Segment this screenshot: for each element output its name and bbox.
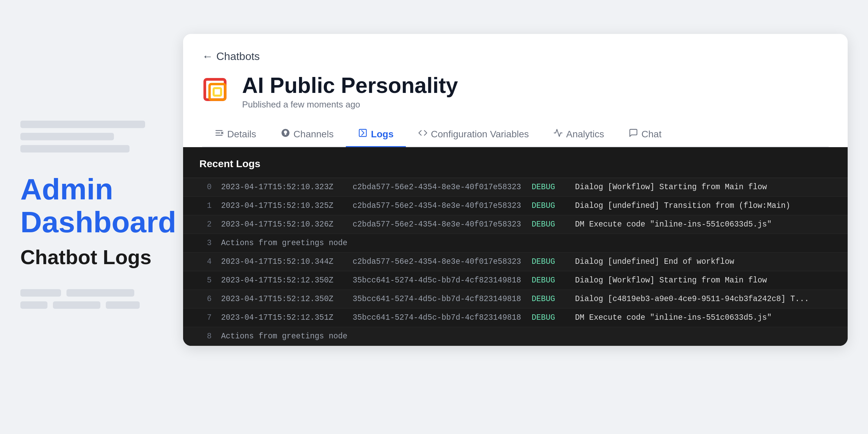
tab-channels[interactable]: Channels: [269, 122, 346, 147]
tab-logs[interactable]: Logs: [346, 122, 406, 147]
log-row: 1 2023-04-17T15:52:10.325Z c2bda577-56e2…: [183, 197, 848, 215]
skeleton-line: [20, 301, 47, 309]
log-level: DEBUG: [532, 313, 566, 322]
log-timestamp: 2023-04-17T15:52:10.325Z: [221, 201, 343, 210]
main-card: ← Chatbots AI Public Personality: [183, 34, 848, 346]
logs-section: Recent Logs 0 2023-04-17T15:52:10.323Z c…: [183, 147, 848, 346]
log-session: 35bcc641-5274-4d5c-bb7d-4cf823149818: [353, 295, 522, 303]
log-level: DEBUG: [532, 295, 566, 303]
log-message: Dialog [undefined] Transition from (flow…: [575, 201, 831, 210]
analytics-icon: [553, 128, 563, 140]
log-row: 0 2023-04-17T15:52:10.323Z c2bda577-56e2…: [183, 178, 848, 197]
log-level: DEBUG: [532, 183, 566, 192]
log-message: Dialog [undefined] End of workflow: [575, 257, 831, 266]
skeleton-top: [20, 121, 176, 153]
bot-name: AI Public Personality: [242, 74, 458, 97]
log-level: DEBUG: [532, 257, 566, 266]
log-row: 2 2023-04-17T15:52:10.326Z c2bda577-56e2…: [183, 215, 848, 234]
tabs-row: Details Channels Logs: [202, 122, 829, 147]
log-session: c2bda577-56e2-4354-8e3e-40f017e58323: [353, 183, 522, 192]
log-message: DM Execute code "inline-ins-551c0633d5.j…: [575, 220, 831, 229]
log-message: DM Execute code "inline-ins-551c0633d5.j…: [575, 313, 831, 322]
log-level: DEBUG: [532, 201, 566, 210]
log-timestamp: 2023-04-17T15:52:10.323Z: [221, 183, 343, 192]
log-row: 6 2023-04-17T15:52:12.350Z 35bcc641-5274…: [183, 290, 848, 309]
log-row: 3 Actions from greetings node: [183, 234, 848, 253]
bot-logo: [202, 77, 233, 107]
channels-icon: [281, 128, 290, 140]
tab-details-label: Details: [227, 129, 256, 140]
svg-rect-9: [359, 130, 366, 137]
back-arrow-icon[interactable]: ←: [202, 50, 213, 63]
log-timestamp: 2023-04-17T15:52:12.350Z: [221, 295, 343, 303]
skeleton-line: [20, 289, 61, 296]
log-timestamp: 2023-04-17T15:52:10.344Z: [221, 257, 343, 266]
log-session: c2bda577-56e2-4354-8e3e-40f017e58323: [353, 201, 522, 210]
log-row: 7 2023-04-17T15:52:12.351Z 35bcc641-5274…: [183, 309, 848, 327]
log-row: 5 2023-04-17T15:52:12.350Z 35bcc641-5274…: [183, 271, 848, 290]
chatbot-logs-subtitle: Chatbot Logs: [20, 245, 176, 269]
details-icon: [214, 128, 224, 140]
log-session: c2bda577-56e2-4354-8e3e-40f017e58323: [353, 257, 522, 266]
log-message: Dialog [c4819eb3-a9e0-4ce9-9511-94cb3fa2…: [575, 295, 831, 303]
log-session: c2bda577-56e2-4354-8e3e-40f017e58323: [353, 220, 522, 229]
tab-analytics-label: Analytics: [566, 129, 604, 140]
breadcrumb-label[interactable]: Chatbots: [216, 50, 260, 63]
skeleton-line: [66, 289, 134, 296]
log-row: 4 2023-04-17T15:52:10.344Z c2bda577-56e2…: [183, 253, 848, 271]
card-header: ← Chatbots AI Public Personality: [183, 34, 848, 147]
log-message: Dialog [Workflow] Starting from Main flo…: [575, 183, 831, 192]
page-wrapper: Admin Dashboard Chatbot Logs ← Chatbots: [0, 0, 868, 434]
tab-chat-label: Chat: [642, 129, 662, 140]
admin-dashboard-title: Admin Dashboard: [20, 173, 176, 239]
log-index: 3: [199, 239, 212, 248]
log-timestamp: 2023-04-17T15:52:10.326Z: [221, 220, 343, 229]
log-message: Dialog [Workflow] Starting from Main flo…: [575, 276, 831, 285]
tab-config-vars[interactable]: Configuration Variables: [406, 122, 541, 147]
tab-analytics[interactable]: Analytics: [541, 122, 616, 147]
log-index: 1: [199, 201, 212, 210]
log-session: 35bcc641-5274-4d5c-bb7d-4cf823149818: [353, 276, 522, 285]
skeleton-line: [20, 121, 145, 128]
tab-details[interactable]: Details: [202, 122, 269, 147]
log-index: 7: [199, 313, 212, 322]
bot-info-row: AI Public Personality Published a few mo…: [202, 74, 829, 110]
log-message: Actions from greetings node: [221, 239, 831, 248]
breadcrumb: ← Chatbots: [202, 50, 829, 63]
log-timestamp: 2023-04-17T15:52:12.350Z: [221, 276, 343, 285]
skeleton-line: [106, 301, 140, 309]
skeleton-bottom: [20, 289, 176, 309]
skeleton-line: [53, 301, 100, 309]
logs-header: Recent Logs: [183, 147, 848, 178]
log-message: Actions from greetings node: [221, 332, 831, 341]
skeleton-line: [20, 145, 130, 153]
logs-icon: [358, 128, 368, 140]
config-vars-icon: [418, 128, 428, 140]
log-level: DEBUG: [532, 276, 566, 285]
bot-text: AI Public Personality Published a few mo…: [242, 74, 458, 110]
log-index: 8: [199, 332, 212, 341]
log-index: 5: [199, 276, 212, 285]
log-index: 6: [199, 295, 212, 303]
log-session: 35bcc641-5274-4d5c-bb7d-4cf823149818: [353, 313, 522, 322]
published-status: Published a few moments ago: [242, 99, 458, 110]
log-index: 0: [199, 183, 212, 192]
log-level: DEBUG: [532, 220, 566, 229]
tab-chat[interactable]: Chat: [616, 122, 674, 147]
left-panel: Admin Dashboard Chatbot Logs: [20, 121, 176, 314]
logs-table: 0 2023-04-17T15:52:10.323Z c2bda577-56e2…: [183, 178, 848, 346]
svg-rect-1: [210, 84, 225, 100]
tab-config-vars-label: Configuration Variables: [431, 129, 529, 140]
tab-logs-label: Logs: [371, 129, 394, 140]
log-timestamp: 2023-04-17T15:52:12.351Z: [221, 313, 343, 322]
log-index: 4: [199, 257, 212, 266]
log-index: 2: [199, 220, 212, 229]
skeleton-line: [20, 133, 114, 140]
chat-icon: [629, 128, 638, 140]
svg-rect-2: [214, 88, 221, 96]
log-row: 8 Actions from greetings node: [183, 327, 848, 346]
tab-channels-label: Channels: [294, 129, 334, 140]
